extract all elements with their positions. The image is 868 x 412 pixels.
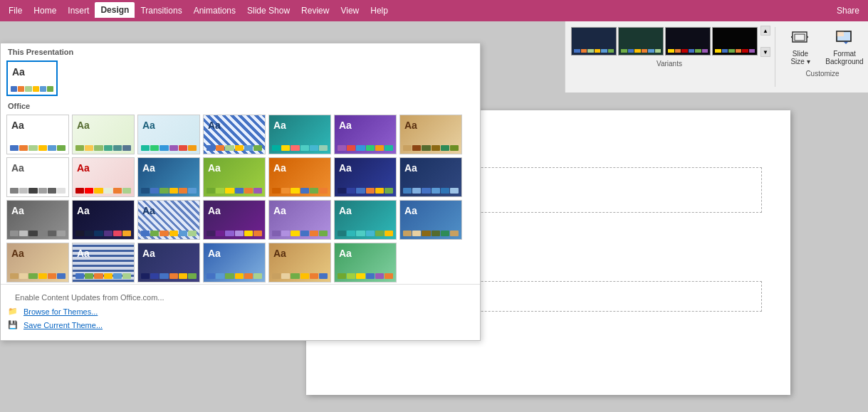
office-label: Office [1, 97, 480, 113]
ribbon-divider [775, 27, 775, 87]
menu-help[interactable]: Help [365, 3, 394, 19]
theme-item[interactable]: Aa [203, 115, 266, 154]
browse-icon: 📁 [8, 307, 18, 316]
variant-item[interactable] [618, 27, 664, 56]
menu-animations[interactable]: Animations [188, 3, 241, 19]
variant-item[interactable] [665, 27, 711, 56]
theme-item[interactable]: Aa [334, 200, 397, 240]
customize-label: Customize [805, 70, 839, 78]
theme-grid-office: Aa Aa Aa Aa [1, 113, 480, 284]
save-theme-item[interactable]: 💾 Save Current Theme... [8, 318, 473, 332]
theme-item[interactable]: Aa [6, 115, 69, 154]
this-presentation-label: This Presentation [1, 43, 480, 59]
menu-review[interactable]: Review [296, 3, 335, 19]
svg-rect-7 [837, 31, 844, 36]
variants-section: ▲ ▼ Variants [568, 24, 770, 90]
theme-item[interactable]: Aa [268, 115, 331, 154]
theme-item[interactable]: Aa [6, 200, 69, 240]
theme-item[interactable]: Aa [268, 200, 331, 240]
theme-scroll-container[interactable]: Aa Aa Aa Aa [1, 113, 480, 284]
theme-item[interactable]: Aa [334, 115, 397, 154]
menu-home[interactable]: Home [28, 3, 62, 19]
customize-section: SlideSize ▾ Format Background [780, 24, 865, 90]
format-background-button[interactable]: Format Background [824, 24, 865, 68]
save-icon: 💾 [8, 320, 18, 329]
theme-item[interactable]: Aa [137, 243, 200, 282]
menu-file[interactable]: File [3, 3, 28, 19]
variants-grid [568, 24, 760, 58]
theme-item[interactable]: Aa [399, 200, 462, 240]
panel-footer: Enable Content Updates from Office.com..… [1, 284, 480, 334]
slide-size-label: SlideSize ▾ [790, 50, 810, 65]
content-area: This Presentation Aa Office [0, 21, 868, 412]
save-theme-label: Save Current Theme... [23, 321, 103, 329]
theme-color-bar [11, 86, 53, 92]
format-background-icon [833, 27, 856, 50]
theme-item[interactable]: Aa [72, 157, 135, 197]
theme-panel: This Presentation Aa Office [0, 43, 481, 341]
slide-size-button[interactable]: SlideSize ▾ [780, 24, 821, 68]
variant-item[interactable] [571, 27, 617, 56]
theme-item[interactable]: Aa [268, 243, 331, 282]
customize-buttons: SlideSize ▾ Format Background [780, 24, 865, 68]
svg-rect-1 [795, 34, 805, 41]
theme-item[interactable]: Aa [268, 157, 331, 197]
share-button[interactable]: Share [831, 3, 865, 19]
scroll-up-button[interactable]: ▲ [760, 26, 770, 36]
theme-item[interactable]: Aa [203, 200, 266, 240]
variant-scroll-controls: ▲ ▼ [760, 26, 770, 57]
enable-updates-text: Enable Content Updates from Office.com..… [8, 290, 473, 305]
format-background-label: Format Background [825, 50, 863, 65]
theme-item[interactable]: Aa [137, 115, 200, 154]
scroll-down-button[interactable]: ▼ [760, 47, 770, 57]
app-window: File Home Insert Design Transitions Anim… [0, 0, 868, 412]
slide-size-icon [789, 27, 812, 50]
menu-slideshow[interactable]: Slide Show [241, 3, 296, 19]
variant-item[interactable] [712, 27, 758, 56]
menu-insert[interactable]: Insert [62, 3, 95, 19]
theme-item[interactable]: Aa [72, 243, 135, 282]
theme-item[interactable]: Aa [203, 157, 266, 197]
right-ribbon: ▲ ▼ Variants [565, 21, 868, 93]
theme-item[interactable]: Aa [137, 157, 200, 197]
theme-item[interactable]: Aa [203, 243, 266, 282]
theme-item[interactable]: Aa [72, 115, 135, 154]
theme-item[interactable]: Aa [6, 157, 69, 197]
menu-view[interactable]: View [335, 3, 365, 19]
theme-thumb-current[interactable]: Aa [6, 60, 58, 96]
variants-label: Variants [657, 60, 682, 68]
variants-grid-with-scroll: ▲ ▼ [568, 24, 770, 58]
menu-bar: File Home Insert Design Transitions Anim… [0, 0, 868, 21]
browse-themes-item[interactable]: 📁 Browse for Themes... [8, 305, 473, 318]
theme-item[interactable]: Aa [72, 200, 135, 240]
theme-item[interactable]: Aa [6, 243, 69, 282]
theme-item[interactable]: Aa [334, 243, 397, 282]
menu-design[interactable]: Design [95, 2, 135, 19]
theme-item[interactable]: Aa [399, 157, 462, 197]
this-presentation-grid: Aa [1, 59, 480, 97]
theme-item[interactable]: Aa [334, 157, 397, 197]
theme-label: Aa [12, 66, 25, 78]
theme-item[interactable]: Aa [137, 200, 200, 240]
browse-themes-label: Browse for Themes... [23, 307, 98, 316]
menu-transitions[interactable]: Transitions [135, 3, 187, 19]
theme-item[interactable]: Aa [399, 115, 462, 154]
